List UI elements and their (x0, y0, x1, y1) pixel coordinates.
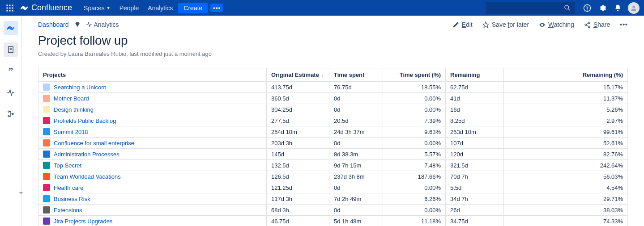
nav-analytics[interactable]: Analytics (144, 3, 176, 13)
cell-remain: 120d (446, 149, 504, 160)
cell-spent: 5d 1h 48m (329, 216, 383, 226)
nav-people-label: People (119, 4, 139, 12)
breadcrumb-space-icon[interactable] (74, 21, 81, 28)
table-row: Profields Public Backlog277.5d20.5d7.39%… (38, 115, 628, 126)
top-nav: Confluence Spaces ▼ People Analytics Cre… (0, 0, 644, 16)
cell-remain: 41d (446, 93, 504, 104)
pencil-icon (452, 21, 459, 28)
svg-line-10 (568, 8, 570, 10)
cell-original: 68d 3h (267, 205, 329, 216)
star-icon (482, 21, 489, 28)
cell-remain-pct: 15.17% (504, 82, 628, 93)
cell-remain-pct: 29.71% (504, 193, 628, 205)
table-row: Design thinking304.25d0d0.00%16d5.26% (38, 104, 628, 115)
search-icon (564, 4, 571, 11)
project-link[interactable]: Design thinking (54, 106, 94, 113)
sidebar-activity-icon[interactable] (4, 85, 18, 100)
project-link[interactable]: Health care (54, 184, 83, 191)
cell-spent: 7d 2h 49m (329, 193, 383, 205)
cell-remain-pct: 82.76% (504, 149, 628, 160)
svg-point-17 (8, 111, 9, 112)
sidebar-collapse-handle[interactable]: ◂▸ (19, 190, 23, 195)
share-button[interactable]: Share (584, 21, 610, 28)
sidebar-pages-icon[interactable] (4, 42, 18, 57)
col-time-spent[interactable]: Time spent (329, 68, 383, 82)
table-row: Mother Board360.5d0d0.00%41d11.37% (38, 93, 628, 104)
cell-spent-pct: 0.00% (383, 93, 446, 104)
svg-line-24 (586, 23, 588, 25)
svg-rect-6 (7, 10, 8, 11)
settings-icon[interactable] (596, 1, 609, 15)
search-input[interactable] (486, 2, 575, 14)
nav-spaces[interactable]: Spaces ▼ (80, 3, 114, 13)
project-link[interactable]: Summit 2018 (54, 129, 88, 135)
project-link[interactable]: Extensions (54, 207, 82, 213)
save-for-later-button[interactable]: Save for later (482, 21, 529, 28)
project-link[interactable]: Confluence for small enterprise (54, 140, 134, 146)
project-link[interactable]: Top Secret (54, 162, 81, 169)
sidebar-quote-icon[interactable]: ” (4, 64, 18, 78)
watching-button[interactable]: Watching (539, 21, 574, 28)
cell-remain: 321.5d (446, 160, 504, 171)
project-link[interactable]: Searching a Unicorn (54, 84, 107, 91)
user-avatar[interactable] (628, 2, 640, 14)
svg-point-18 (8, 116, 9, 117)
project-icon (43, 218, 50, 225)
cell-original: 277.5d (267, 115, 329, 126)
edit-button[interactable]: Edit (452, 21, 473, 28)
table-row: Extensions68d 3h0d0.00%26d38.03% (38, 205, 628, 216)
col-remaining-pct[interactable]: Remaining (%) (504, 68, 628, 82)
cell-remain-pct: 242.64% (504, 160, 628, 171)
breadcrumb-analytics[interactable]: Analytics (86, 21, 119, 28)
cell-remain: 16d (446, 104, 504, 115)
project-icon (43, 128, 50, 135)
cell-spent-pct: 11.18% (383, 216, 446, 226)
project-link[interactable]: Profields Public Backlog (54, 117, 116, 124)
table-row: Team Workload Vacations126.5d237d 3h 8m1… (38, 171, 628, 182)
col-original[interactable]: Original Estimate ↓ (267, 68, 329, 82)
project-link[interactable]: Administration Processes (54, 151, 119, 158)
col-remaining[interactable]: Remaining (446, 68, 504, 82)
project-icon (43, 117, 50, 124)
svg-rect-4 (9, 7, 11, 8)
logo-text: Confluence (31, 3, 72, 13)
cell-remain: 62.75d (446, 82, 504, 93)
more-button[interactable]: ••• (210, 4, 223, 12)
cell-spent: 0d (329, 93, 383, 104)
watching-label: Watching (548, 21, 574, 28)
sidebar-confluence-icon[interactable] (4, 21, 18, 35)
cell-spent: 76.75d (329, 82, 383, 93)
cell-spent-pct: 9.63% (383, 126, 446, 138)
svg-rect-5 (12, 7, 13, 8)
table-row: Searching a Unicorn413.75d76.75d18.55%62… (38, 82, 628, 93)
sidebar-tree-icon[interactable] (4, 107, 18, 121)
cell-remain: 253d 10m (446, 126, 504, 138)
cell-spent: 8d 38.3m (329, 149, 383, 160)
cell-remain: 26d (446, 205, 504, 216)
help-icon[interactable] (580, 1, 594, 15)
table-row: Summit 2018254d 10m24d 3h 37m9.63%253d 1… (38, 126, 628, 138)
create-button[interactable]: Create (178, 3, 208, 13)
cell-spent: 0d (329, 104, 383, 115)
project-link[interactable]: Team Workload Vacations (54, 173, 121, 180)
confluence-logo[interactable]: Confluence (20, 3, 72, 13)
svg-rect-7 (9, 10, 11, 11)
cell-spent-pct: 0.00% (383, 138, 446, 149)
page-more-button[interactable]: ••• (620, 21, 628, 28)
notifications-icon[interactable] (611, 1, 624, 15)
svg-line-25 (586, 25, 588, 26)
col-projects[interactable]: Projects (38, 68, 267, 82)
svg-point-22 (585, 24, 587, 25)
project-link[interactable]: Jira Projects Upgrades (54, 218, 113, 225)
app-switcher-icon[interactable] (4, 3, 15, 13)
col-time-spent-pct[interactable]: Time spent (%) (383, 68, 446, 82)
cell-remain: 8.25d (446, 115, 504, 126)
chevron-down-icon: ▼ (107, 6, 111, 10)
page-actions: Edit Save for later Watching Share ••• (452, 21, 628, 28)
breadcrumb-dashboard[interactable]: Dashboard (38, 21, 69, 28)
table-row: Confluence for small enterprise203d 3h0d… (38, 138, 628, 149)
project-link[interactable]: Business Risk (54, 196, 90, 202)
table-row: Top Secret132.5d9d 7h 15m7.48%321.5d242.… (38, 160, 628, 171)
nav-people[interactable]: People (116, 3, 143, 13)
project-link[interactable]: Mother Board (54, 95, 89, 102)
